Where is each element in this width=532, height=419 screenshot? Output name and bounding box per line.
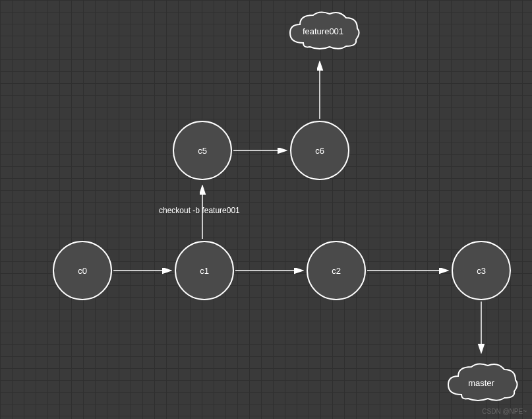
branch-master-label: master bbox=[468, 378, 494, 388]
branch-feature001-label: feature001 bbox=[303, 26, 343, 36]
checkout-label: checkout -b feature001 bbox=[159, 206, 240, 215]
arrows-layer bbox=[0, 0, 532, 419]
watermark-bottom-right: CSDN @NPE~ bbox=[482, 408, 527, 415]
